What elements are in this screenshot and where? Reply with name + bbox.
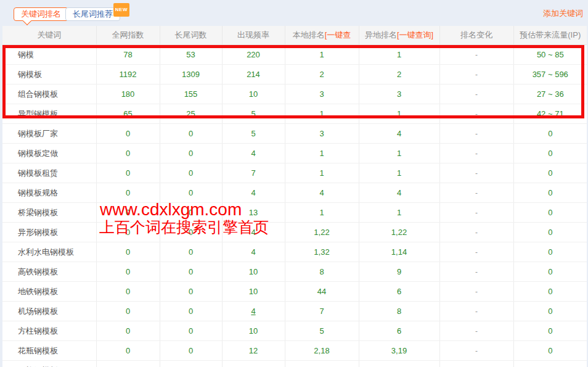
table-row: 异型钢模板6525511-42 ~ 71: [2, 104, 587, 124]
remote-rank-cell: 6: [359, 321, 439, 341]
remote-rank-check-link[interactable]: [一键查询]: [397, 30, 433, 39]
header-keyword: 关键词: [2, 26, 96, 45]
local-rank-cell: 4: [285, 183, 359, 203]
keyword-cell: 高铁钢模板: [2, 262, 96, 282]
traffic-cell: 0: [513, 163, 587, 183]
frequency-cell: 5: [222, 124, 285, 144]
remote-rank-cell: 8: [359, 302, 439, 321]
remote-rank-cell: 3: [359, 85, 439, 104]
tail-count-cell: 0: [160, 163, 222, 183]
tab-longtail-recommend-label: 长尾词推荐: [73, 9, 113, 19]
keyword-cell: 钢模: [2, 45, 96, 65]
index-cell: 180: [96, 85, 160, 104]
local-rank-cell: 2,18: [285, 341, 359, 361]
frequency-cell: 5: [222, 104, 285, 124]
local-rank-cell: 1,32: [285, 242, 359, 262]
table-row: 钢模板规格00444-0: [2, 183, 587, 203]
keyword-cell: 水利水电钢模板: [2, 242, 96, 262]
tail-count-cell: 0: [160, 282, 222, 302]
rank-change-cell: -: [439, 65, 513, 85]
local-rank-cell: 1: [285, 45, 359, 65]
local-rank-cell: 8: [285, 262, 359, 282]
tail-count-cell: 0: [160, 341, 222, 361]
tail-count-cell: 0: [160, 203, 222, 223]
rank-change-cell: -: [439, 321, 513, 341]
index-cell: 0: [96, 302, 160, 321]
keyword-cell: 圆柱钢模板: [2, 361, 96, 367]
rank-change-cell: -: [439, 45, 513, 65]
frequency-cell: 10: [222, 85, 285, 104]
table-row: 桥梁钢模板001311-0: [2, 203, 587, 223]
tab-keyword-ranking[interactable]: 关键词排名: [14, 7, 68, 21]
table-row: 组合钢模板1801551033-27 ~ 36: [2, 85, 587, 104]
index-cell: 0: [96, 242, 160, 262]
rank-change-cell: -: [439, 85, 513, 104]
remote-rank-cell: 2: [359, 65, 439, 85]
keyword-cell: 钢模板定做: [2, 144, 96, 163]
remote-rank-cell: 9: [359, 262, 439, 282]
table-row: 机场钢模板00478-0: [2, 302, 587, 321]
traffic-cell: 42 ~ 71: [513, 104, 587, 124]
tab-longtail-recommend[interactable]: 长尾词推荐 NEW: [65, 7, 120, 21]
tail-count-cell: 25: [160, 104, 222, 124]
frequency-cell: 220: [222, 45, 285, 65]
index-cell: 0: [96, 321, 160, 341]
traffic-cell: 0: [513, 223, 587, 242]
table-row: 水利水电钢模板0041,321,14-0: [2, 242, 587, 262]
rank-change-cell: -: [439, 361, 513, 367]
traffic-cell: 0: [513, 124, 587, 144]
traffic-cell: 0: [513, 282, 587, 302]
table-row: 花瓶钢模板00122,183,19-0: [2, 341, 587, 361]
table-body: 钢模785322011-50 ~ 85钢模板1192130921422-357 …: [2, 45, 587, 367]
header-local-rank: 本地排名[一键查: [285, 26, 359, 45]
index-cell: 0: [96, 361, 160, 367]
index-cell: 0: [96, 163, 160, 183]
local-rank-check-link[interactable]: [一键查: [325, 30, 351, 39]
frequency-cell: 13: [222, 203, 285, 223]
tail-count-cell: 53: [160, 45, 222, 65]
local-rank-cell: 44: [285, 282, 359, 302]
index-cell: 0: [96, 124, 160, 144]
keyword-cell: 异型钢模板: [2, 104, 96, 124]
keyword-cell: 钢模板厂家: [2, 124, 96, 144]
table-row: 钢模板1192130921422-357 ~ 596: [2, 65, 587, 85]
local-rank-cell: 3: [285, 85, 359, 104]
index-cell: 0: [96, 203, 160, 223]
tail-count-cell: 0: [160, 321, 222, 341]
traffic-cell: 0: [513, 183, 587, 203]
tail-count-cell: 1309: [160, 65, 222, 85]
traffic-cell: 0: [513, 144, 587, 163]
table-row: 钢模板定做00411-0: [2, 144, 587, 163]
rank-change-cell: -: [439, 282, 513, 302]
remote-rank-cell: 1: [359, 45, 439, 65]
tail-count-cell: 155: [160, 85, 222, 104]
index-cell: 1192: [96, 65, 160, 85]
keyword-cell: 钢模板: [2, 65, 96, 85]
new-badge: NEW: [113, 3, 129, 17]
traffic-cell: 0: [513, 321, 587, 341]
remote-rank-cell: 4: [359, 124, 439, 144]
traffic-cell: 357 ~ 596: [513, 65, 587, 85]
frequency-cell: 10: [222, 262, 285, 282]
remote-rank-cell: 3: [359, 361, 439, 367]
frequency-cell: 10: [222, 282, 285, 302]
local-rank-cell: 5: [285, 321, 359, 341]
frequency-cell[interactable]: 4: [222, 302, 285, 321]
table-row: 地铁钢模板0010446-0: [2, 282, 587, 302]
traffic-cell: 0: [513, 262, 587, 282]
remote-rank-cell: 6: [359, 282, 439, 302]
index-cell: 0: [96, 223, 160, 242]
rank-change-cell: -: [439, 223, 513, 242]
index-cell: 0: [96, 282, 160, 302]
rank-change-cell: -: [439, 104, 513, 124]
traffic-cell: 50 ~ 85: [513, 45, 587, 65]
tail-count-cell: 0: [160, 144, 222, 163]
tail-count-cell: 0: [160, 223, 222, 242]
table-row: 异形钢模板0041,221,22-0: [2, 223, 587, 242]
index-cell: 0: [96, 144, 160, 163]
table-row: 方柱钢模板001056-0: [2, 321, 587, 341]
local-rank-cell: 2: [285, 361, 359, 367]
remote-rank-cell: 4: [359, 183, 439, 203]
traffic-cell: 0: [513, 341, 587, 361]
add-keyword-link[interactable]: 添加关键词: [543, 8, 583, 19]
